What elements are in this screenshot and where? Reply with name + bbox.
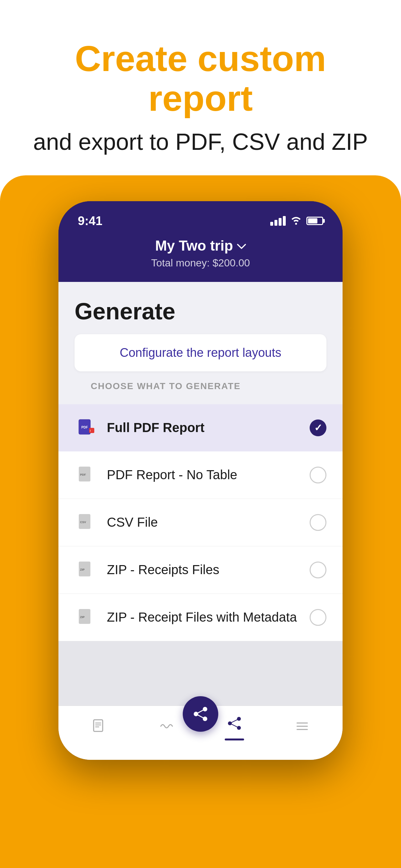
svg-line-25 <box>230 719 239 723</box>
status-time: 9:41 <box>78 214 102 228</box>
share-icon <box>227 716 242 735</box>
svg-text:PDF: PDF <box>80 473 86 476</box>
signal-icon <box>270 216 286 226</box>
bottom-gray <box>58 641 343 706</box>
list-item[interactable]: ZIP ZIP - Receipt Files with Metadata <box>58 594 343 641</box>
list-item[interactable]: PDF ! Full PDF Report ✓ <box>58 404 343 452</box>
svg-text:ZIP: ZIP <box>80 568 85 571</box>
status-icons <box>270 214 323 228</box>
pdf-icon: PDF ! <box>74 416 97 439</box>
radio-unselected[interactable] <box>310 562 327 578</box>
item-label-zip-metadata: ZIP - Receipt Files with Metadata <box>107 610 300 624</box>
nav-active-indicator <box>225 739 244 740</box>
svg-line-26 <box>230 723 239 728</box>
flow-icon <box>159 718 174 738</box>
nav-item-receipts[interactable] <box>65 718 133 738</box>
item-label-csv: CSV File <box>107 515 300 530</box>
trip-title: My Two trip <box>71 238 330 254</box>
status-bar: 9:41 <box>58 201 343 231</box>
svg-line-20 <box>196 709 205 714</box>
generate-title: Generate <box>74 298 327 324</box>
item-label-full-pdf: Full PDF Report <box>107 421 300 435</box>
svg-line-21 <box>196 714 205 719</box>
receipts-icon <box>91 718 106 738</box>
svg-text:ZIP: ZIP <box>80 616 85 619</box>
list-item[interactable]: ZIP ZIP - Receipts Files <box>58 547 343 594</box>
wifi-icon <box>290 214 302 228</box>
header-section: Create custom report and export to PDF, … <box>0 0 401 175</box>
svg-text:CSV: CSV <box>80 521 86 524</box>
orange-section: 9:41 <box>0 175 401 868</box>
page-wrapper: Create custom report and export to PDF, … <box>0 0 401 868</box>
csv-icon: CSV <box>74 511 97 534</box>
battery-icon <box>306 217 323 225</box>
configure-button[interactable]: Configurate the report layouts <box>74 334 327 371</box>
phone-content: Generate Configurate the report layouts … <box>58 282 343 760</box>
list-item[interactable]: CSV CSV File <box>58 499 343 547</box>
chevron-down-icon[interactable] <box>237 239 246 252</box>
list-container: PDF ! Full PDF Report ✓ <box>58 404 343 641</box>
phone-top: 9:41 <box>58 201 343 231</box>
trip-money: Total money: $200.00 <box>71 257 330 269</box>
header-title: Create custom report <box>26 39 375 118</box>
generate-header: Generate Configurate the report layouts … <box>58 282 343 404</box>
radio-selected[interactable]: ✓ <box>310 420 327 436</box>
fab-share-button[interactable] <box>183 696 218 732</box>
svg-text:!: ! <box>90 429 91 432</box>
section-label: CHOOSE WHAT TO GENERATE <box>74 381 327 398</box>
trip-header: My Two trip Total money: $200.00 <box>58 231 343 282</box>
item-label-zip-receipts: ZIP - Receipts Files <box>107 562 300 577</box>
phone-mockup: 9:41 <box>58 201 343 760</box>
bottom-nav <box>58 706 343 760</box>
item-label-pdf-no-table: PDF Report - No Table <box>107 468 300 482</box>
radio-unselected[interactable] <box>310 609 327 626</box>
svg-rect-13 <box>94 720 103 732</box>
checkmark-icon: ✓ <box>314 422 322 433</box>
radio-unselected[interactable] <box>310 514 327 531</box>
menu-icon <box>295 718 310 738</box>
configure-text: Configurate the report layouts <box>120 346 281 360</box>
nav-item-menu[interactable] <box>268 718 336 738</box>
zip-metadata-icon: ZIP <box>74 606 97 629</box>
trip-name: My Two trip <box>155 238 233 254</box>
header-subtitle: and export to PDF, CSV and ZIP <box>26 128 375 156</box>
pdf-no-table-icon: PDF <box>74 464 97 486</box>
zip-receipts-icon: ZIP <box>74 559 97 581</box>
svg-text:PDF: PDF <box>81 426 88 429</box>
radio-unselected[interactable] <box>310 467 327 484</box>
list-item[interactable]: PDF PDF Report - No Table <box>58 452 343 499</box>
